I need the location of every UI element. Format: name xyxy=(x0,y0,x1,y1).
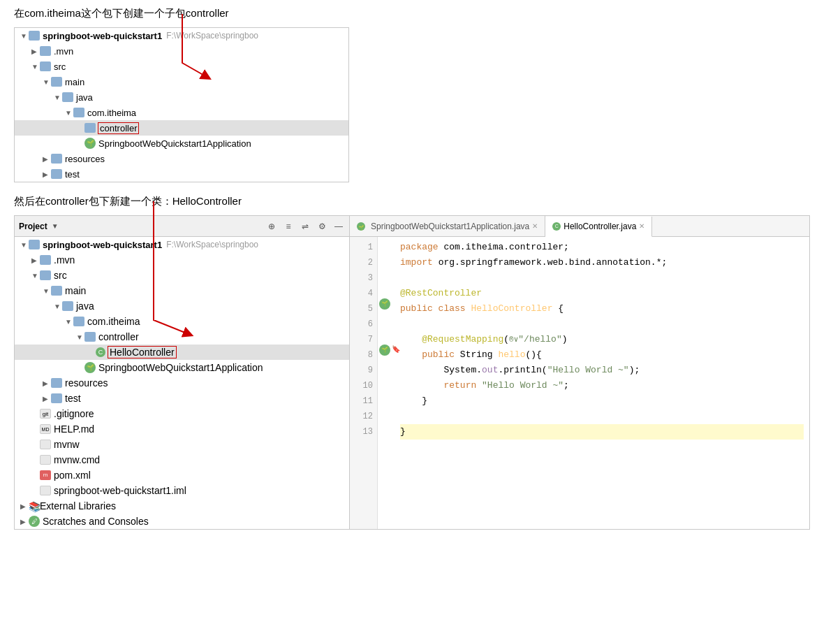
line-num: 10 xyxy=(350,378,373,393)
java-class-icon: C xyxy=(96,347,105,357)
tree-row[interactable]: ▼ java xyxy=(15,89,348,105)
code-line-10: return "Hello World ~"; xyxy=(400,378,804,393)
item-label: .mvn xyxy=(54,254,75,266)
code-line-1: package com.itheima.controller; xyxy=(400,240,804,255)
item-label: springboot-web-quickstart1 xyxy=(43,240,162,250)
expand-arrow: ▶ xyxy=(43,379,51,387)
tree-row[interactable]: ▶ resources xyxy=(15,151,348,166)
gear-btn[interactable]: ⚙ xyxy=(316,220,328,233)
item-label: SpringbootWebQuickstart1Application xyxy=(98,362,263,373)
item-label: HelloController xyxy=(108,347,176,358)
tree-row[interactable]: ▼ java xyxy=(15,298,349,314)
tab-close[interactable]: ✕ xyxy=(639,222,644,230)
expand-arrow: ▼ xyxy=(65,318,73,326)
line-num: 11 xyxy=(350,393,373,409)
globe-btn[interactable]: ⊕ xyxy=(265,220,278,233)
item-label: HELP.md xyxy=(54,423,94,435)
tab-hello[interactable]: C HelloController.java ✕ xyxy=(545,217,652,237)
line-num: 4 xyxy=(350,286,373,301)
tab-application[interactable]: 🌱 SpringbootWebQuickstart1Application.ja… xyxy=(350,216,545,236)
tab-label: HelloController.java xyxy=(563,222,636,231)
tree-row[interactable]: ▶ test xyxy=(15,166,348,182)
main-panel: Project ▼ ⊕ ≡ ⇌ ⚙ — ▼ springboot-web-qui… xyxy=(14,215,810,530)
code-gutter: 🌱 🌱 🔖 xyxy=(378,237,395,529)
top-file-tree[interactable]: ▼ springboot-web-quickstart1 F:\WorkSpac… xyxy=(14,27,349,182)
editor-tabs: 🌱 SpringbootWebQuickstart1Application.ja… xyxy=(350,216,809,237)
code-text[interactable]: package com.itheima.controller; import o… xyxy=(395,237,809,529)
item-label: controller xyxy=(98,331,139,342)
tree-row[interactable]: springboot-web-quickstart1.iml xyxy=(15,483,349,498)
line-numbers: 1 2 3 4 5 6 7 8 9 10 11 12 13 xyxy=(350,237,378,529)
code-line-4: @RestController xyxy=(400,286,804,301)
code-line-5: public class HelloController { xyxy=(400,301,804,317)
gutter-spring-icon: 🌱 xyxy=(379,298,390,310)
gutter-spring-icon: 🌱 xyxy=(379,345,390,356)
tree-row-scratches[interactable]: ▶ 🖊 Scratches and Consoles xyxy=(15,514,349,529)
tree-row[interactable]: MD HELP.md xyxy=(15,421,349,437)
line-num: 6 xyxy=(350,317,373,332)
tree-row[interactable]: mvnw.cmd xyxy=(15,452,349,467)
tree-row[interactable]: ▼ main xyxy=(15,74,348,89)
item-label: test xyxy=(65,393,81,404)
tree-row[interactable]: ▼ springboot-web-quickstart1 F:\WorkSpac… xyxy=(15,28,348,43)
dropdown-arrow[interactable]: ▼ xyxy=(52,222,59,230)
code-line-7: @RequestMapping(®∨"/hello") xyxy=(400,332,804,347)
expand-arrow: ▼ xyxy=(20,241,29,249)
item-label: External Libraries xyxy=(40,500,116,512)
tab-close[interactable]: ✕ xyxy=(532,222,538,230)
tree-row[interactable]: git .gitignore xyxy=(15,406,349,421)
tree-row[interactable]: ▼ springboot-web-quickstart1 F:\WorkSpac… xyxy=(15,237,349,252)
code-line-13: } xyxy=(400,424,804,440)
tree-row-hello[interactable]: C HelloController xyxy=(15,345,349,360)
item-label: main xyxy=(65,285,86,296)
scratches-icon: 🖊 xyxy=(29,516,40,527)
tree-row[interactable]: ▼ main xyxy=(15,283,349,298)
item-label: resources xyxy=(65,154,105,164)
code-line-8: public String hello(){ xyxy=(400,347,804,363)
bottom-section: Project ▼ ⊕ ≡ ⇌ ⚙ — ▼ springboot-web-qui… xyxy=(14,215,826,530)
instruction-1: 在com.itheima这个包下创建一个子包controller xyxy=(14,7,826,20)
line-num: 13 xyxy=(350,424,373,440)
minus-btn[interactable]: — xyxy=(332,220,345,233)
tree-row[interactable]: ▶ .mvn xyxy=(15,43,348,59)
expand-arrow: ▼ xyxy=(43,78,51,86)
item-label: com.itheima xyxy=(87,316,140,327)
tree-row[interactable]: ▼ com.itheima xyxy=(15,314,349,329)
tree-row[interactable]: 🌱 SpringbootWebQuickstart1Application xyxy=(15,136,348,151)
tree-row[interactable]: ▼ controller xyxy=(15,329,349,345)
expand-arrow: ▼ xyxy=(65,109,73,117)
item-label: mvnw xyxy=(54,439,80,450)
expand-arrow: ▼ xyxy=(54,94,62,101)
tree-row[interactable]: ▶ .mvn xyxy=(15,252,349,268)
tree-row[interactable]: m pom.xml xyxy=(15,467,349,483)
tab-label: SpringbootWebQuickstart1Application.java xyxy=(371,222,529,231)
expand-arrow: ▼ xyxy=(54,303,62,310)
project-panel: Project ▼ ⊕ ≡ ⇌ ⚙ — ▼ springboot-web-qui… xyxy=(15,216,350,529)
item-label: .mvn xyxy=(54,46,73,57)
item-path: F:\WorkSpace\springboo xyxy=(166,240,258,249)
tree-row[interactable]: 🌱 SpringbootWebQuickstart1Application xyxy=(15,360,349,375)
project-label: Project xyxy=(19,222,47,231)
tree-row[interactable]: mvnw xyxy=(15,437,349,452)
code-editor: 🌱 SpringbootWebQuickstart1Application.ja… xyxy=(350,216,809,529)
item-label: main xyxy=(65,77,84,87)
tree-row[interactable]: ▼ src xyxy=(15,59,348,74)
file-icon: git xyxy=(40,409,51,419)
tree-row[interactable]: ▶ 📚 External Libraries xyxy=(15,498,349,514)
expand-arrow: ▶ xyxy=(31,48,40,55)
tree-row[interactable]: ▼ src xyxy=(15,268,349,283)
item-label: Scratches and Consoles xyxy=(43,516,149,527)
tree-row-controller[interactable]: ▶ controller xyxy=(15,120,348,136)
expand-arrow: ▼ xyxy=(20,32,29,40)
gutter-bookmark: 🔖 xyxy=(392,345,400,356)
code-line-12 xyxy=(400,409,804,424)
split-btn[interactable]: ⇌ xyxy=(299,220,311,233)
tree-row[interactable]: ▶ resources xyxy=(15,375,349,391)
page-container: 在com.itheima这个包下创建一个子包controller ▼ sprin… xyxy=(0,0,840,537)
item-label: src xyxy=(54,61,66,72)
file-icon: MD xyxy=(40,424,51,434)
tree-row[interactable]: ▼ com.itheima xyxy=(15,105,348,120)
item-label: java xyxy=(76,300,94,312)
tree-row[interactable]: ▶ test xyxy=(15,391,349,406)
lines-btn[interactable]: ≡ xyxy=(282,220,295,233)
